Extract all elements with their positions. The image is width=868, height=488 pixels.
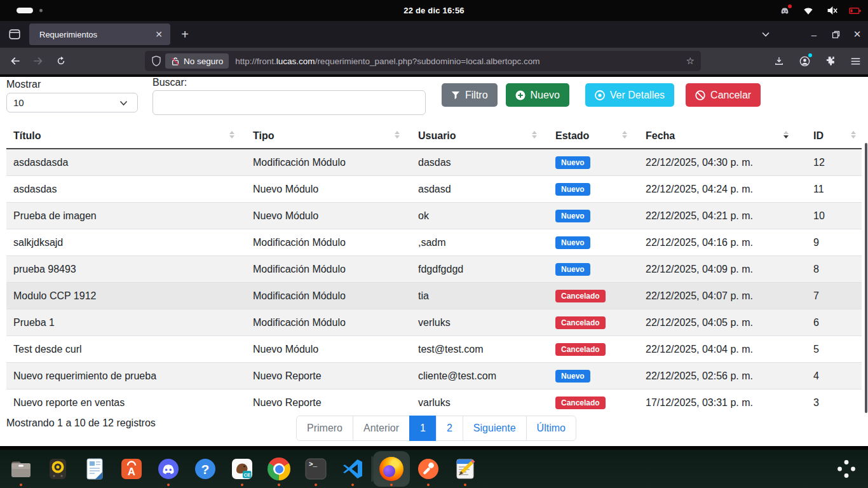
cell-id: 7: [794, 283, 862, 309]
dock-icon-discord[interactable]: [150, 451, 187, 487]
menu-icon[interactable]: [846, 52, 864, 70]
new-tab-button[interactable]: +: [175, 25, 194, 44]
extensions-icon[interactable]: [821, 52, 839, 70]
cell-fecha: 22/12/2025, 04:30 p. m.: [633, 149, 794, 176]
pagination-item-primero[interactable]: Primero: [296, 416, 353, 441]
account-icon[interactable]: [796, 52, 813, 70]
table-row[interactable]: Prueba de imagen Nuevo Módulo ok Nuevo 2…: [6, 203, 862, 229]
tab-close-icon[interactable]: ✕: [153, 28, 165, 41]
dock-icon-help[interactable]: ?: [187, 451, 224, 487]
mostrar-label: Mostrar: [6, 79, 41, 90]
restore-button[interactable]: [825, 25, 846, 44]
cell-estado: Nuevo: [543, 256, 633, 283]
pagination-link[interactable]: 2: [437, 416, 463, 440]
cell-titulo: asdasdasda: [6, 149, 240, 176]
dock-icon-chrome[interactable]: [261, 451, 297, 487]
wifi-icon[interactable]: [802, 4, 815, 17]
cell-titulo: Prueba 1: [6, 309, 240, 336]
page-content: Mostrar 10 Buscar: Filtro Nuevo Ver Deta…: [0, 77, 868, 446]
pagination-link[interactable]: Anterior: [353, 416, 409, 440]
status-badge: Cancelado: [555, 396, 606, 409]
pagination-item-1[interactable]: 1: [409, 416, 437, 441]
tab-requerimientos[interactable]: Requerimientos ✕: [29, 24, 170, 45]
dock-icon-files[interactable]: [3, 451, 39, 487]
table-row[interactable]: salkjdksajd Modificación Módulo ,sadm Nu…: [6, 229, 862, 256]
cell-usuario: tia: [405, 283, 543, 309]
dock-icon-rhythmbox[interactable]: [39, 451, 76, 487]
cell-estado: Nuevo: [543, 363, 633, 390]
dock-icon-postman[interactable]: [410, 451, 447, 487]
pagination-link[interactable]: 1: [410, 416, 436, 440]
dock-icon-app-center[interactable]: A: [113, 451, 150, 487]
system-tray[interactable]: [778, 0, 862, 21]
pagination-link[interactable]: Primero: [297, 416, 353, 440]
discord-tray-icon[interactable]: [778, 4, 791, 17]
volume-muted-icon[interactable]: [825, 4, 838, 17]
table-row[interactable]: Nuevo reporte en ventas Nuevo Reporte va…: [6, 390, 862, 416]
nuevo-button[interactable]: Nuevo: [506, 83, 569, 107]
bookmark-star-icon[interactable]: ☆: [686, 55, 695, 67]
show-apps-button[interactable]: [834, 456, 859, 482]
table-row[interactable]: Modulo CCP 1912 Modificación Módulo tia …: [6, 283, 862, 309]
cell-titulo: Prueba de imagen: [6, 203, 240, 229]
cell-tipo: Modificación Módulo: [240, 283, 405, 309]
pagination-item-anterior[interactable]: Anterior: [353, 416, 410, 441]
page-scrollbar[interactable]: [865, 143, 867, 413]
table-row[interactable]: Nuevo requerimiento de prueba Nuevo Repo…: [6, 363, 862, 390]
dock-icon-terminal[interactable]: >_: [297, 451, 334, 487]
cell-tipo: Nuevo Módulo: [240, 203, 405, 229]
pagination-item-2[interactable]: 2: [436, 416, 463, 441]
col-header-id[interactable]: ID: [794, 124, 862, 149]
pagination-link[interactable]: Último: [527, 416, 576, 440]
clock[interactable]: 22 de dic 16:56: [0, 0, 868, 21]
table-row[interactable]: prueba 98493 Modificación Módulo fdgdfgd…: [6, 256, 862, 283]
page-size-select[interactable]: 10: [6, 93, 138, 112]
col-header-tipo[interactable]: Tipo: [240, 124, 405, 149]
pagination-item-siguiente[interactable]: Siguiente: [463, 416, 527, 441]
table-row[interactable]: asdasdasda Modificación Módulo dasdas Nu…: [6, 149, 862, 176]
cell-estado: Nuevo: [543, 176, 633, 203]
list-all-tabs-icon[interactable]: [755, 25, 776, 44]
cell-id: 5: [794, 336, 862, 363]
svg-text:?: ?: [201, 462, 210, 477]
dock-icon-dbeaver[interactable]: CE: [224, 451, 261, 487]
minimize-button[interactable]: –: [803, 25, 825, 44]
downloads-icon[interactable]: [770, 52, 788, 70]
status-badge: Nuevo: [555, 156, 590, 169]
col-header-fecha[interactable]: Fecha: [633, 124, 794, 149]
firefox-view-icon[interactable]: [5, 25, 24, 44]
col-header-estado[interactable]: Estado: [543, 124, 633, 149]
filtro-button[interactable]: Filtro: [442, 83, 498, 107]
table-body: asdasdasda Modificación Módulo dasdas Nu…: [6, 149, 862, 416]
svg-text:A: A: [128, 466, 135, 478]
col-header-titulo[interactable]: Título: [6, 124, 240, 149]
table-row[interactable]: Prueba 1 Modificación Módulo verluks Can…: [6, 309, 862, 336]
url-bar[interactable]: No seguro http://front.lucas.com/requeri…: [145, 51, 701, 71]
cell-id: 9: [794, 229, 862, 256]
close-button[interactable]: ✕: [846, 25, 868, 44]
search-input[interactable]: [153, 90, 426, 115]
dock-icon-libreoffice-writer[interactable]: [76, 451, 113, 487]
dock-icon-text-editor[interactable]: [447, 451, 484, 487]
table-header-row: Título Tipo Usuario Estado Fecha ID: [6, 124, 862, 149]
pagination-link[interactable]: Siguiente: [463, 416, 526, 440]
ver-detalles-button[interactable]: Ver Detalles: [585, 83, 674, 107]
account-notification-dot: [808, 53, 812, 57]
cell-id: 11: [794, 176, 862, 203]
battery-low-icon[interactable]: [849, 4, 862, 17]
cell-tipo: Modificación Módulo: [240, 256, 405, 283]
pagination-item-último[interactable]: Último: [526, 416, 576, 441]
eye-icon: [595, 90, 605, 100]
reload-button[interactable]: [52, 52, 70, 70]
dock-icon-firefox[interactable]: [373, 451, 410, 487]
forward-button[interactable]: [29, 52, 47, 70]
cancelar-button[interactable]: Cancelar: [686, 83, 761, 107]
table-row[interactable]: Test desde curl Nuevo Módulo test@test.c…: [6, 336, 862, 363]
tracking-shield-icon[interactable]: [151, 55, 161, 67]
back-button[interactable]: [6, 52, 24, 70]
dock-icon-vscode[interactable]: [334, 451, 371, 487]
security-chip[interactable]: No seguro: [165, 53, 229, 69]
col-header-usuario[interactable]: Usuario: [405, 124, 543, 149]
table-row[interactable]: asdasdas Nuevo Módulo asdasd Nuevo 22/12…: [6, 176, 862, 203]
cell-usuario: cliente@test.com: [405, 363, 543, 390]
